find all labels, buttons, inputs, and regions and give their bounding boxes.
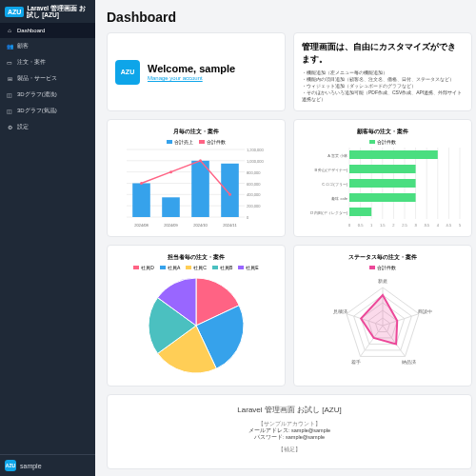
- chart-title: 顧客毎の注文・案件: [302, 128, 464, 136]
- svg-text:D 内田(ディレクター): D 内田(ディレクター): [310, 210, 347, 215]
- box-icon: ▭: [6, 59, 13, 67]
- notice-title: 管理画面は、自由にカスタマイズができます。: [302, 41, 464, 66]
- chart-legend: 合計売上 合計件数: [115, 139, 277, 145]
- sidebar-nav: ⌂Dashboard👥顧客▭注文・案件⊞製品・サービス◫3Dグラフ(濃淡)◫3D…: [0, 23, 95, 454]
- chart-title: 月毎の注文・案件: [115, 128, 277, 136]
- bar-line-chart: 0200,000400,000600,000800,0001,000,0001,…: [115, 148, 277, 228]
- svg-rect-52: [349, 179, 416, 188]
- svg-text:0.5: 0.5: [358, 223, 364, 228]
- svg-text:0: 0: [348, 223, 351, 228]
- sidebar-item-Dashboard[interactable]: ⌂Dashboard: [0, 23, 95, 38]
- svg-text:200,000: 200,000: [247, 204, 261, 208]
- svg-point-18: [140, 182, 143, 185]
- tag-icon: ⊞: [6, 75, 13, 83]
- svg-text:見積済: 見積済: [333, 308, 347, 314]
- monthly-chart-card: 月毎の注文・案件 合計売上 合計件数 0200,000400,000600,00…: [107, 119, 286, 237]
- pie-chart: [134, 273, 258, 378]
- hbar-chart: 00.511.522.533.544.55A 営業 小林B 外山(デザイナー)C…: [302, 148, 464, 228]
- sidebar: AZU Laravel 管理画面 お試し [AZU] ⌂Dashboard👥顧客…: [0, 0, 95, 476]
- sidebar-footer[interactable]: AZU sample: [0, 454, 95, 476]
- chart-title: 担当者毎の注文・案件: [115, 253, 277, 262]
- svg-text:B 外山(デザイナー): B 外山(デザイナー): [315, 168, 348, 172]
- sidebar-item-注文・案件[interactable]: ▭注文・案件: [0, 54, 95, 70]
- svg-text:3: 3: [414, 223, 417, 228]
- sidebar-item-3Dグラフ(濃淡)[interactable]: ◫3Dグラフ(濃淡): [0, 87, 95, 103]
- svg-text:2024/08: 2024/08: [134, 223, 149, 228]
- home-icon: ⌂: [6, 27, 13, 34]
- svg-text:新規: 新規: [378, 278, 387, 284]
- svg-text:1,000,000: 1,000,000: [247, 159, 265, 164]
- svg-text:5: 5: [459, 223, 462, 228]
- welcome-card: AZU Welcome, sample Manage your account: [107, 32, 286, 111]
- svg-text:商談中: 商談中: [418, 308, 432, 314]
- logo-badge: AZU: [5, 7, 24, 17]
- svg-text:着手: 着手: [351, 359, 361, 365]
- main-content: Dashboard AZU Welcome, sample Manage you…: [95, 0, 476, 476]
- svg-point-21: [228, 193, 231, 196]
- svg-text:600,000: 600,000: [247, 182, 261, 187]
- svg-rect-56: [349, 208, 371, 216]
- user-name: sample: [20, 463, 42, 469]
- notice-card: 管理画面は、自由にカスタマイズができます。 ・機能追加（左メニュー毎の機能追加）…: [293, 32, 472, 111]
- svg-rect-48: [349, 150, 438, 159]
- welcome-title: Welcome, sample: [148, 63, 235, 74]
- svg-text:2024/10: 2024/10: [193, 223, 208, 228]
- svg-text:趣味 cafe: 趣味 cafe: [331, 196, 347, 201]
- svg-text:納品済: 納品済: [402, 359, 416, 365]
- cube-icon: ◫: [6, 91, 13, 99]
- svg-text:0: 0: [247, 215, 249, 220]
- sidebar-item-設定[interactable]: ⚙設定: [0, 119, 95, 135]
- chart-title: ステータス毎の注文・案件: [302, 253, 464, 262]
- sidebar-item-製品・サービス[interactable]: ⊞製品・サービス: [0, 70, 95, 87]
- svg-text:3.5: 3.5: [424, 223, 429, 228]
- app-title: Laravel 管理画面 お試し [AZU]: [27, 5, 90, 18]
- svg-text:4.5: 4.5: [446, 223, 452, 228]
- svg-text:A 営業 小林: A 営業 小林: [327, 153, 347, 158]
- cube-icon: ◫: [6, 108, 13, 115]
- users-icon: 👥: [6, 43, 13, 50]
- welcome-logo: AZU: [115, 60, 140, 85]
- footer-card: Laravel 管理画面 お試し [AZU] 【サンプルアカウント】 メールアド…: [107, 394, 472, 469]
- svg-rect-16: [191, 161, 209, 217]
- svg-text:800,000: 800,000: [247, 170, 261, 175]
- svg-rect-54: [349, 193, 416, 202]
- gear-icon: ⚙: [6, 124, 13, 131]
- avatar: AZU: [5, 460, 16, 471]
- svg-text:1,200,000: 1,200,000: [247, 148, 265, 152]
- manage-account-link[interactable]: Manage your account: [148, 75, 203, 81]
- footer-title: Laravel 管理画面 お試し [AZU]: [117, 405, 462, 415]
- svg-text:2: 2: [392, 223, 395, 228]
- chart-legend: 社員D社員A社員C社員B社員E: [115, 265, 277, 270]
- svg-rect-14: [132, 184, 150, 218]
- svg-text:1.5: 1.5: [380, 223, 386, 228]
- customer-chart-card: 顧客毎の注文・案件 合計件数 00.511.522.533.544.55A 営業…: [293, 119, 472, 237]
- svg-text:400,000: 400,000: [247, 192, 261, 197]
- svg-point-19: [169, 170, 172, 173]
- staff-chart-card: 担当者毎の注文・案件 社員D社員A社員C社員B社員E: [107, 245, 286, 387]
- svg-text:2.5: 2.5: [402, 223, 407, 228]
- svg-text:C ロゴ(フリー): C ロゴ(フリー): [322, 182, 347, 187]
- svg-rect-17: [221, 164, 239, 217]
- status-chart-card: ステータス毎の注文・案件 合計件数 新規商談中納品済着手見積済: [293, 245, 472, 387]
- svg-rect-50: [349, 165, 416, 173]
- svg-point-20: [199, 159, 202, 162]
- svg-text:4: 4: [437, 223, 440, 228]
- radar-chart: 新規商談中納品済着手見積済: [311, 273, 454, 378]
- svg-rect-15: [162, 197, 180, 217]
- sidebar-logo: AZU Laravel 管理画面 お試し [AZU]: [0, 0, 95, 23]
- notice-list: ・機能追加（左メニュー毎の機能追加）・機能内の項目追加（顧客名、注文名、価格、日…: [302, 69, 464, 103]
- sidebar-item-3Dグラフ(気温)[interactable]: ◫3Dグラフ(気温): [0, 103, 95, 119]
- page-title: Dashboard: [107, 10, 465, 25]
- sidebar-item-顧客[interactable]: 👥顧客: [0, 38, 95, 54]
- svg-text:2024/09: 2024/09: [164, 223, 178, 228]
- svg-text:1: 1: [370, 223, 373, 228]
- svg-text:2024/11: 2024/11: [223, 223, 237, 228]
